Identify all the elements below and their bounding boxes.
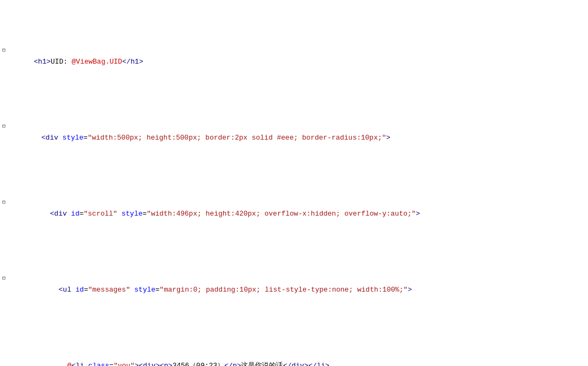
code-4: <ul id="messages" style="margin:0; paddi… xyxy=(8,274,588,306)
line-3: ⊟ <div id="scroll" style="width:496px; h… xyxy=(0,198,588,230)
line-4: ⊟ <ul id="messages" style="margin:0; pad… xyxy=(0,274,588,306)
line-5: @<li class="you"><div><p>3456（09:23）</p>… xyxy=(0,350,588,367)
gutter-1: ⊟ xyxy=(0,46,8,55)
gutter-3: ⊟ xyxy=(0,198,8,207)
code-2: <div style="width:500px; height:500px; b… xyxy=(8,122,588,154)
gutter-5 xyxy=(0,350,8,350)
code-editor: ⊟ <h1>UID: @ViewBag.UID</h1> ⊟ <div styl… xyxy=(0,0,588,366)
code-1: <h1>UID: @ViewBag.UID</h1> xyxy=(8,46,588,78)
code-3: <div id="scroll" style="width:496px; hei… xyxy=(8,198,588,230)
line-1: ⊟ <h1>UID: @ViewBag.UID</h1> xyxy=(0,46,588,78)
gutter-4: ⊟ xyxy=(0,274,8,283)
line-2: ⊟ <div style="width:500px; height:500px;… xyxy=(0,122,588,154)
code-5: @<li class="you"><div><p>3456（09:23）</p>… xyxy=(8,350,588,367)
gutter-2: ⊟ xyxy=(0,122,8,131)
